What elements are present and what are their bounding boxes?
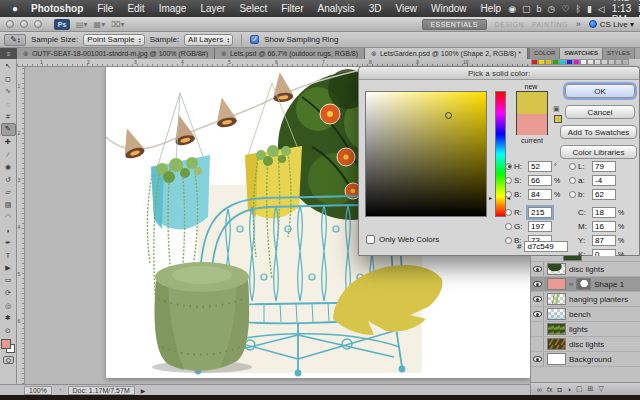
orange-disc-light[interactable] (337, 148, 355, 166)
value-input-a[interactable] (592, 175, 616, 186)
value-input-b[interactable] (528, 189, 552, 200)
hex-input[interactable] (524, 241, 568, 252)
panel-tab-color[interactable]: COLOR (530, 48, 560, 59)
tab-close-icon[interactable]: ⊗ (221, 50, 227, 58)
arrange-documents-icon[interactable]: ⌧▾ (111, 20, 124, 29)
app-status-icon[interactable]: ◉ (508, 4, 516, 14)
tools-panel-tab[interactable]: ≡ (0, 48, 17, 59)
swatch[interactable] (608, 59, 615, 65)
marquee-tool[interactable]: ◻ (1, 73, 16, 86)
color-field-marker[interactable] (445, 112, 452, 119)
swatch[interactable] (545, 59, 552, 65)
menu-photoshop[interactable]: Photoshop (24, 3, 90, 14)
document-tab[interactable]: ⊗LetsGarden.psd @ 100% (Shape 2, RGB/8) … (365, 48, 528, 59)
radio-b[interactable] (505, 191, 512, 198)
layer-row[interactable]: hanging planters (531, 292, 640, 307)
rotate-3d-tool[interactable]: ⟳ (1, 287, 16, 300)
menu-help[interactable]: Help (474, 3, 509, 14)
move-tool[interactable]: ↖ (1, 60, 16, 73)
quick-mask-button[interactable] (3, 356, 14, 364)
b-menu-icon[interactable]: b (537, 4, 542, 14)
add-mask-icon[interactable]: ◘ (557, 386, 561, 393)
radio-l[interactable] (569, 163, 576, 170)
swatch[interactable] (587, 59, 594, 65)
visibility-toggle[interactable] (531, 277, 544, 291)
show-sampling-ring-checkbox[interactable]: ✓ (250, 35, 259, 44)
layer-name[interactable]: disc lights (569, 340, 604, 349)
menu-file[interactable]: File (90, 3, 120, 14)
hand-tool[interactable]: ✱ (1, 312, 16, 325)
document-tab[interactable]: ⊗Lets.psd @ 66.7% (outdoor rugs, RGB/8) (215, 48, 365, 59)
value-input-l[interactable] (592, 161, 616, 172)
group-icon[interactable]: ▢ (576, 385, 583, 393)
swatch[interactable] (580, 59, 587, 65)
displays-icon[interactable]: ▢ (522, 4, 531, 14)
value-input-g[interactable] (528, 221, 552, 232)
layer-thumbnail[interactable] (547, 263, 566, 275)
layer-name[interactable]: Background (569, 355, 612, 364)
gradient-tool[interactable]: ▨ (1, 199, 16, 212)
hue-slider-arrow-left[interactable]: ▸ (489, 195, 492, 201)
new-layer-icon[interactable]: ⊞ (588, 385, 594, 393)
layer-row[interactable]: bench (531, 307, 640, 322)
radio-s[interactable] (505, 177, 512, 184)
menu-filter[interactable]: Filter (274, 3, 310, 14)
layer-row[interactable]: lights (531, 322, 640, 337)
menu-select[interactable]: Select (232, 3, 274, 14)
menu-layer[interactable]: Layer (193, 3, 232, 14)
cone-shade[interactable] (169, 113, 196, 147)
menu-image[interactable]: Image (152, 3, 194, 14)
eyedropper-tool[interactable]: ✎ (1, 123, 16, 136)
color-field[interactable] (365, 91, 487, 217)
view-extras-icon[interactable]: ▦▾ (94, 20, 106, 29)
layer-name[interactable]: Shape 1 (594, 280, 624, 289)
radio-r[interactable] (505, 209, 512, 216)
radio-b[interactable] (505, 237, 512, 244)
zoom-level-field[interactable]: 100% (24, 386, 52, 395)
minimize-window-button[interactable] (20, 20, 28, 28)
quick-selection-tool[interactable]: ◌ (1, 98, 16, 111)
adjustment-layer-icon[interactable]: ◑ (567, 386, 571, 393)
radio-b[interactable] (569, 191, 576, 198)
value-input-m[interactable] (592, 221, 616, 232)
cone-shade[interactable] (118, 126, 146, 161)
visibility-toggle[interactable] (531, 262, 544, 276)
workspace-essentials-button[interactable]: ESSENTIALS (422, 19, 487, 30)
swatch[interactable] (601, 59, 608, 65)
eyedropper-tool-preset[interactable]: ✎▴▾ (4, 34, 26, 46)
swatch[interactable] (559, 59, 566, 65)
radio-a[interactable] (569, 177, 576, 184)
web-safe-swatch[interactable] (554, 115, 562, 123)
zoom-window-button[interactable] (34, 20, 42, 28)
value-input-y[interactable] (592, 235, 616, 246)
layer-name[interactable]: bench (569, 310, 591, 319)
layer-thumbnail[interactable] (547, 308, 566, 320)
status-menu-arrow-icon[interactable]: ▶ (141, 387, 146, 394)
tab-close-icon[interactable]: ⊗ (23, 50, 29, 58)
layer-thumbnail[interactable] (547, 323, 566, 335)
sample-size-dropdown[interactable]: Point Sample ▴▾ (83, 34, 145, 46)
document-size-indicator[interactable]: Doc: 1.17M/7.57M (68, 386, 135, 395)
menu-analysis[interactable]: Analysis (310, 3, 361, 14)
add-to-swatches-button[interactable]: Add To Swatches (560, 125, 637, 139)
cs-live-button[interactable]: CS Live ▾ (589, 20, 634, 29)
history-brush-tool[interactable]: ↺ (1, 173, 16, 186)
apple-menu-icon[interactable]: ● (6, 3, 24, 14)
link-layers-icon[interactable]: ∞ (537, 386, 542, 393)
layer-name[interactable]: lights (569, 325, 588, 334)
swatch[interactable] (573, 59, 580, 65)
timemachine-icon[interactable]: ◷ (548, 4, 556, 14)
panel-tab-styles[interactable]: STYLES (603, 48, 635, 59)
menu-edit[interactable]: Edit (120, 3, 151, 14)
layer-row-partial[interactable] (531, 256, 640, 262)
value-input-s[interactable] (528, 175, 552, 186)
menu-3d[interactable]: 3D (362, 3, 389, 14)
path-selection-tool[interactable]: ▶ (1, 262, 16, 275)
lasso-tool[interactable]: ∿ (1, 85, 16, 98)
clone-stamp-tool[interactable]: ◉ (1, 161, 16, 174)
volume-icon[interactable]: ◁ (598, 4, 605, 14)
orange-disc-light[interactable] (320, 104, 340, 124)
layer-row[interactable]: disc lights (531, 262, 640, 277)
sample-dropdown[interactable]: All Layers ▴▾ (184, 34, 233, 46)
current-color-swatch[interactable] (517, 114, 547, 135)
